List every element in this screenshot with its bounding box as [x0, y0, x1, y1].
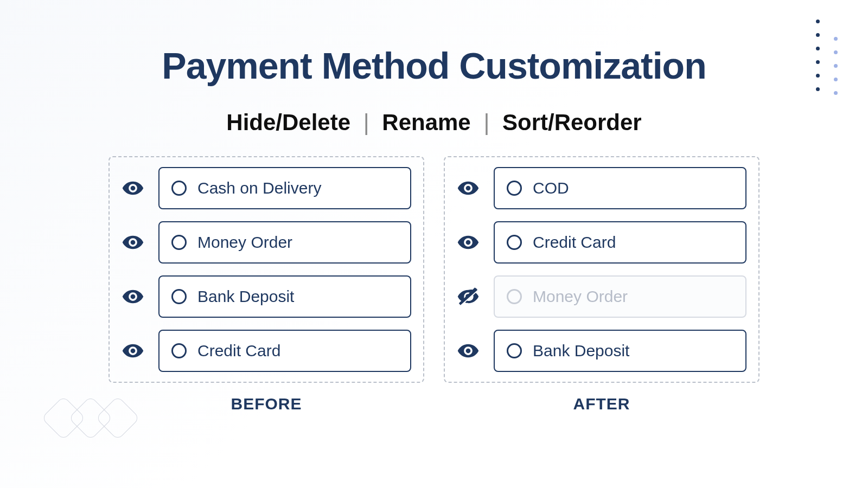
- payment-label: Bank Deposit: [533, 342, 629, 360]
- payment-row: Money Order: [122, 221, 411, 264]
- eye-visible-icon[interactable]: [457, 339, 480, 362]
- payment-label: Bank Deposit: [197, 287, 294, 306]
- payment-label: Money Order: [533, 287, 628, 306]
- after-caption: AFTER: [444, 395, 760, 413]
- radio-icon[interactable]: [507, 235, 522, 250]
- eye-visible-icon[interactable]: [122, 231, 144, 254]
- before-caption: BEFORE: [108, 395, 424, 413]
- subtitle: Hide/Delete | Rename | Sort/Reorder: [0, 110, 868, 136]
- payment-option[interactable]: Bank Deposit: [158, 275, 411, 318]
- payment-row: Bank Deposit: [457, 330, 746, 372]
- payment-label: Cash on Delivery: [197, 179, 321, 197]
- subtitle-rename: Rename: [382, 110, 470, 135]
- page-title: Payment Method Customization: [0, 44, 868, 87]
- eye-visible-icon[interactable]: [457, 177, 480, 200]
- subtitle-sort-reorder: Sort/Reorder: [502, 110, 642, 135]
- eye-visible-icon[interactable]: [122, 339, 144, 362]
- payment-option[interactable]: Money Order: [494, 275, 746, 318]
- payment-row: Credit Card: [457, 221, 746, 264]
- separator: |: [363, 110, 369, 135]
- payment-label: Credit Card: [197, 342, 280, 360]
- payment-row: Credit Card: [122, 330, 411, 372]
- decorative-diamonds: [52, 402, 133, 434]
- after-panel: CODCredit CardMoney OrderBank Deposit: [444, 156, 760, 383]
- payment-option[interactable]: Bank Deposit: [494, 330, 746, 372]
- eye-hidden-icon[interactable]: [457, 285, 480, 308]
- payment-option[interactable]: Cash on Delivery: [158, 167, 411, 209]
- payment-row: Money Order: [457, 275, 746, 318]
- payment-option[interactable]: Money Order: [158, 221, 411, 264]
- payment-row: Bank Deposit: [122, 275, 411, 318]
- radio-icon[interactable]: [171, 343, 187, 358]
- eye-visible-icon[interactable]: [457, 231, 480, 254]
- separator: |: [483, 110, 489, 135]
- before-panel: Cash on DeliveryMoney OrderBank DepositC…: [108, 156, 424, 383]
- radio-icon[interactable]: [171, 235, 187, 250]
- payment-label: Money Order: [197, 233, 292, 252]
- radio-icon[interactable]: [171, 289, 187, 304]
- eye-visible-icon[interactable]: [122, 285, 144, 308]
- eye-visible-icon[interactable]: [122, 177, 144, 200]
- payment-row: Cash on Delivery: [122, 167, 411, 209]
- payment-row: COD: [457, 167, 746, 209]
- payment-option[interactable]: Credit Card: [158, 330, 411, 372]
- payment-label: COD: [533, 179, 569, 197]
- radio-icon[interactable]: [507, 289, 522, 304]
- payment-label: Credit Card: [533, 233, 616, 252]
- subtitle-hide-delete: Hide/Delete: [226, 110, 350, 135]
- radio-icon[interactable]: [507, 343, 522, 358]
- radio-icon[interactable]: [507, 181, 522, 196]
- decorative-dots: [816, 20, 838, 95]
- payment-option[interactable]: Credit Card: [494, 221, 746, 264]
- radio-icon[interactable]: [171, 181, 187, 196]
- payment-option[interactable]: COD: [494, 167, 746, 209]
